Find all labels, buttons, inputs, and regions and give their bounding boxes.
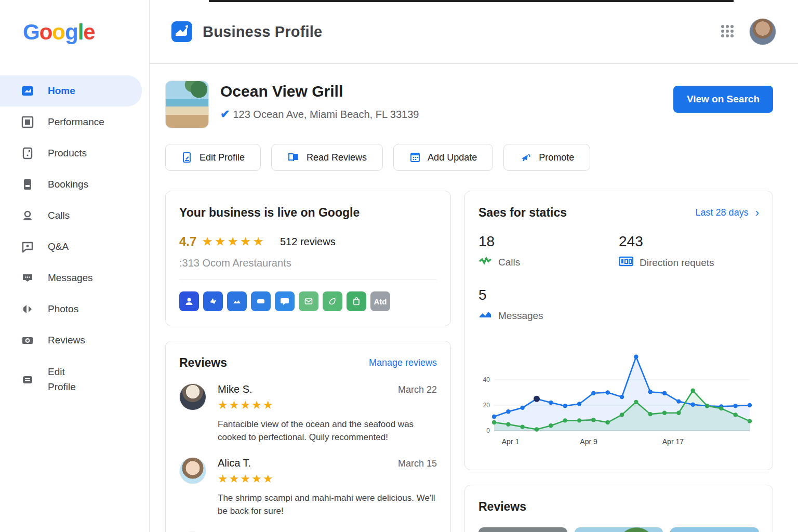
sidebar-item-reviews[interactable]: Reviews bbox=[0, 325, 149, 356]
stat-value: 243 bbox=[619, 233, 759, 250]
business-header: Ocean View Grill ✔ 123 Ocean Ave, Miami … bbox=[165, 81, 773, 128]
reviewer-name: Alica T. bbox=[218, 457, 251, 469]
calls-icon bbox=[21, 209, 34, 222]
main-column: Business Profile Ocean View Grill ✔ 123 … bbox=[150, 0, 798, 532]
rating-value: 4.7 bbox=[179, 234, 196, 249]
rating-row: 4.7 ★★★★★ 512 reviews bbox=[179, 234, 437, 249]
edit-document-icon bbox=[181, 152, 193, 163]
top-dark-strip bbox=[209, 0, 734, 2]
pin-flag-icon[interactable] bbox=[203, 291, 223, 311]
sidebar-item-calls[interactable]: Calls bbox=[0, 200, 149, 231]
stat-messages: 5 Messages bbox=[478, 287, 619, 322]
reviews-card-title: Reviews bbox=[179, 356, 227, 370]
edit-profile-button[interactable]: Edit Profile bbox=[165, 144, 261, 171]
photos-reviews-card: Reviews bbox=[464, 485, 773, 532]
sidebar-item-label: Home bbox=[48, 85, 75, 97]
open-book-icon bbox=[287, 152, 300, 163]
sidebar-item-edit-profile[interactable]: Edit Profile bbox=[0, 356, 149, 403]
stat-value: 18 bbox=[478, 233, 619, 250]
sidebar-item-messages[interactable]: Messages bbox=[0, 262, 149, 294]
action-button-row: Edit Profile Read Reviews Add Update bbox=[165, 144, 773, 171]
business-profile-app: Google Home Performance Products bbox=[0, 0, 798, 532]
edit-profile-icon bbox=[21, 373, 34, 387]
verified-check-icon: ✔ bbox=[220, 108, 230, 121]
svg-text:40: 40 bbox=[483, 376, 490, 383]
megaphone-icon bbox=[520, 152, 532, 163]
sidebar-item-label: Calls bbox=[48, 210, 70, 221]
live-status-card: Your business is live on Google 4.7 ★★★★… bbox=[165, 191, 451, 326]
read-reviews-button[interactable]: Read Reviews bbox=[271, 144, 383, 171]
promote-button[interactable]: Promote bbox=[503, 144, 590, 171]
reviewer-name: Mike S. bbox=[218, 383, 252, 395]
svg-text:Apr 9: Apr 9 bbox=[580, 437, 597, 446]
directions-card-icon bbox=[619, 256, 633, 269]
live-card-subtitle: :313 Ocom Arestaurants bbox=[179, 257, 437, 269]
apps-grid-icon[interactable] bbox=[721, 25, 735, 38]
seafood-dish-photo[interactable] bbox=[478, 527, 567, 532]
view-on-search-button[interactable]: View on Search bbox=[673, 86, 773, 113]
sidebar: Google Home Performance Products bbox=[0, 0, 150, 532]
stat-calls: 18 Calls bbox=[478, 233, 619, 269]
review-count: 512 reviews bbox=[280, 236, 336, 248]
svg-text:Apr 17: Apr 17 bbox=[662, 437, 684, 446]
home-dashboard-icon bbox=[21, 84, 34, 98]
business-thumbnail bbox=[165, 81, 209, 128]
card-icon[interactable] bbox=[251, 291, 271, 311]
top-header: Business Profile bbox=[150, 0, 798, 64]
sidebar-item-performance[interactable]: Performance bbox=[0, 107, 149, 138]
sidebar-item-products[interactable]: Products bbox=[0, 138, 149, 169]
svg-text:0: 0 bbox=[486, 427, 490, 434]
photos-icon bbox=[21, 302, 34, 316]
products-icon bbox=[21, 147, 34, 160]
review-date: March 15 bbox=[398, 458, 437, 469]
bookings-icon bbox=[21, 178, 34, 191]
person-icon[interactable] bbox=[179, 291, 199, 311]
palm-trees-photo[interactable] bbox=[575, 527, 663, 532]
stats-card: Saes for statics Last 28 days › 18 bbox=[464, 191, 773, 470]
chat-bubble-icon[interactable] bbox=[275, 291, 295, 311]
performance-icon bbox=[21, 115, 34, 129]
business-name: Ocean View Grill bbox=[220, 83, 419, 100]
manage-reviews-link[interactable]: Manage reviews bbox=[369, 357, 437, 368]
user-avatar[interactable] bbox=[749, 18, 776, 45]
reviews-icon bbox=[21, 334, 34, 347]
sidebar-item-qa[interactable]: Q&A bbox=[0, 231, 149, 262]
sidebar-item-label: Photos bbox=[48, 303, 78, 315]
sidebar-item-label: Q&A bbox=[48, 241, 69, 252]
sidebar-item-bookings[interactable]: Bookings bbox=[0, 169, 149, 200]
sidebar-item-label: Performance bbox=[48, 116, 104, 128]
live-card-title: Your business is live on Google bbox=[179, 206, 437, 220]
qa-icon bbox=[21, 240, 34, 254]
green-trend-icon bbox=[478, 256, 492, 268]
atd-badge[interactable]: Atd bbox=[370, 291, 390, 311]
reviews-card: Reviews Manage reviews Mike S. March 22 … bbox=[165, 341, 451, 532]
svg-text:Apr 1: Apr 1 bbox=[502, 437, 520, 446]
review-item: Alica T. March 15 ★★★★★ The shrimp scamp… bbox=[179, 457, 437, 517]
review-text: Fantacible view of the ocean and the sea… bbox=[218, 418, 437, 444]
chevron-right-icon: › bbox=[755, 206, 759, 219]
beach-hut-photo[interactable] bbox=[670, 527, 759, 532]
messages-icon bbox=[21, 271, 34, 285]
date-range-link[interactable]: Last 28 days › bbox=[696, 206, 759, 220]
review-stars: ★★★★★ bbox=[218, 398, 437, 412]
stat-direction-requests: 243 Direction requets bbox=[619, 233, 759, 269]
trend-chart: 02040Apr 1Apr 9Apr 17 bbox=[478, 341, 759, 455]
sidebar-item-photos[interactable]: Photos bbox=[0, 294, 149, 325]
review-item: Mike S. March 22 ★★★★★ Fantacible view o… bbox=[179, 383, 437, 444]
leaf-icon[interactable] bbox=[323, 291, 342, 311]
calendar-grid-icon bbox=[409, 152, 421, 163]
sidebar-item-home[interactable]: Home bbox=[0, 75, 142, 107]
sidebar-item-label: Edit Profile bbox=[48, 365, 95, 394]
rating-stars: ★★★★★ bbox=[202, 234, 265, 249]
mail-icon[interactable] bbox=[299, 291, 318, 311]
main-content: Ocean View Grill ✔ 123 Ocean Ave, Miami … bbox=[150, 64, 798, 532]
sidebar-item-label: Messages bbox=[48, 272, 93, 284]
divider bbox=[179, 280, 437, 280]
sidebar-item-label: Reviews bbox=[48, 335, 85, 346]
photo-icon[interactable] bbox=[227, 291, 247, 311]
bag-icon[interactable] bbox=[347, 291, 366, 311]
add-update-button[interactable]: Add Update bbox=[393, 144, 493, 171]
page-title: Business Profile bbox=[203, 23, 322, 41]
sidebar-item-label: Bookings bbox=[48, 179, 88, 190]
quick-icon-row: Atd bbox=[179, 291, 437, 311]
